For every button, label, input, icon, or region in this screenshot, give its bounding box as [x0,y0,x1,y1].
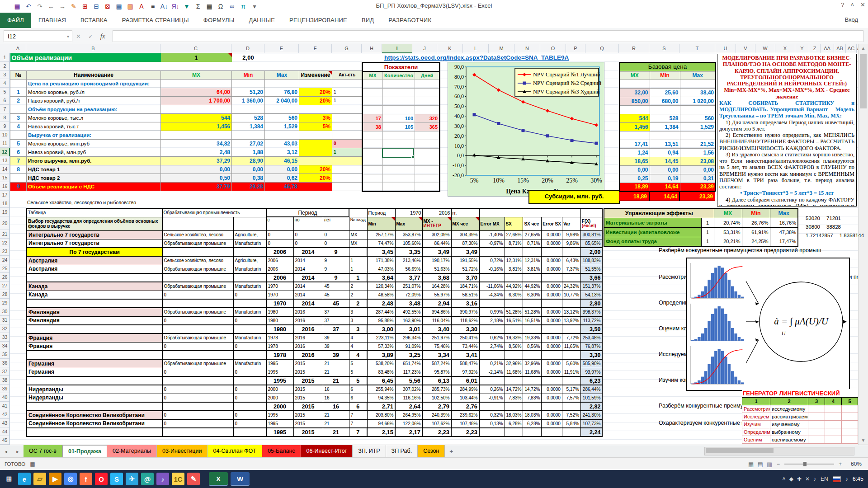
row-header-18[interactable]: 18 [0,199,10,208]
cell-industry[interactable] [162,299,233,308]
cell-var[interactable] [562,351,580,359]
cell-var[interactable]: 9,98% [562,230,580,239]
cell-activity[interactable] [332,122,362,131]
cell-sx[interactable]: 51,28% [505,308,523,316]
cell-number[interactable]: 3 [10,113,27,122]
cell-years[interactable]: 0 [323,239,349,248]
cell-sx-chec[interactable] [523,351,542,359]
cell-country[interactable] [27,402,162,411]
cell-label[interactable]: Итого выручка, млн.руб. [27,156,161,165]
cell-min[interactable]: 94,35% [367,394,395,402]
hyperlink[interactable]: https://stats.oecd.org/Index.aspx?DataSe… [384,54,569,61]
cell-sx-chec[interactable]: 8,71% [523,239,542,248]
close-icon[interactable]: ✕ [860,1,865,8]
header-tablica[interactable]: Таблица [27,208,162,217]
row-header-38[interactable]: 38 [0,376,10,385]
row-header-26[interactable]: 26 [0,273,10,282]
cell-qty[interactable] [383,97,415,106]
cell-industry-en[interactable]: 0 [233,316,266,325]
cell-from[interactable]: 1970 [266,299,293,308]
cell-qty[interactable]: 100 [383,114,415,123]
cell-max[interactable]: 492,55% [395,308,422,316]
cell-max[interactable]: 91,09% [395,342,422,351]
cell-industry-en[interactable] [233,325,266,333]
cell[interactable] [349,208,367,217]
cell-mx[interactable]: 544 [619,114,650,122]
cell-years[interactable]: 16 [323,394,349,402]
help-icon[interactable]: ? [841,1,844,8]
cell-min[interactable]: 24,25% [742,237,770,246]
column-header-A[interactable]: A [10,44,26,53]
cell-mx[interactable]: 37,29 [161,156,232,165]
cell-from[interactable]: 1978 [266,333,293,342]
cell-change[interactable] [299,79,332,88]
cell[interactable] [10,62,362,70]
cell-sx[interactable]: 12,31% [505,256,523,265]
industry-label[interactable]: Сельское хозяйство, лесоводство и рыболо… [27,200,136,205]
cell-error-sx[interactable] [542,273,562,282]
cell-mx-integr[interactable]: 3,49 [422,248,451,256]
cell-state-no[interactable] [349,248,367,256]
cell-from[interactable]: 0 [266,239,293,248]
cell-sx-chec[interactable]: 27,65% [523,230,542,239]
cell-word1[interactable]: Оценим [742,436,770,444]
row-header-44[interactable]: 44 [0,427,10,436]
row-header-19[interactable]: 19 [0,208,10,216]
cell-days[interactable] [415,183,440,192]
cell-number[interactable]: 5 [10,139,27,148]
header-to[interactable]: по [293,217,323,230]
cell-activity[interactable] [332,113,362,122]
column-header-G[interactable]: G [332,44,362,53]
cell-mx-integr[interactable]: 2,79 [422,402,451,411]
cell-error-sx[interactable]: 0,0000 [542,342,562,351]
cell-days[interactable] [415,80,440,89]
cell-mx[interactable]: 38 [363,123,383,131]
cell-mx-integr[interactable]: 2,94 [422,299,451,308]
cell-industry-en[interactable]: Manufacturin [233,333,266,342]
cell-years[interactable]: 37 [323,316,349,325]
new-sheet-button[interactable]: + [445,445,458,458]
cell-mx-chec[interactable]: 284,99% [451,385,479,394]
cell-sx[interactable]: 27,65% [505,230,523,239]
cell-label[interactable]: Молоко коровье, руб./л [27,88,161,96]
cell-error-mx[interactable] [479,376,505,385]
cell-to[interactable]: 2014 [293,248,323,256]
cell-sx[interactable]: 7,83% [505,394,523,402]
cell-min[interactable]: 538,20% [367,359,395,368]
col-header-mx[interactable]: MX [714,208,742,218]
cell[interactable] [233,217,266,230]
cell-sx[interactable] [505,376,523,385]
cell-years[interactable]: 37 [323,325,349,333]
indicators-title[interactable]: Показатели [363,63,440,71]
cell-from[interactable]: 1995 [266,368,293,376]
col-header-max[interactable]: Max [770,208,798,218]
cell-mx-integr[interactable]: 587,24% [422,359,451,368]
cell-min[interactable]: 29,28 [232,182,265,191]
cell-to[interactable]: 2015 [293,411,323,419]
cell-label[interactable]: Выручка от реализации: [27,131,161,139]
cell-min[interactable]: 51,20 [232,88,265,96]
cell-mx[interactable] [363,149,383,157]
chrome-icon[interactable]: ◎ [64,473,77,485]
cell-mx-integr[interactable]: 3,40 [422,325,451,333]
cell-max[interactable] [680,131,716,140]
cell-change[interactable]: 20% [299,88,332,96]
cell[interactable] [808,413,825,421]
cell-mx-integr[interactable]: 107,62% [422,419,451,428]
cell-state-no[interactable]: 6 [349,402,367,411]
cell-industry[interactable]: Сельское хозяйство, лесово [162,230,233,239]
cell-mx-integr[interactable]: 285,73% [422,385,451,394]
cell-var[interactable]: 6,43% [562,256,580,265]
cell-var[interactable]: 5,84% [562,419,580,428]
row-header-43[interactable]: 43 [0,419,10,427]
cell-state-no[interactable]: 2 [349,282,367,291]
sheet-tab[interactable]: Сезон [418,445,445,458]
cell-label[interactable]: Навоз коровий, тыс.т [27,122,161,131]
cell-mx-chec[interactable]: 2,23 [451,428,479,436]
cell-fx[interactable]: 151,37% [580,282,602,291]
cell-mx[interactable]: 17 [363,114,383,123]
cell-min[interactable]: 0,00 [650,165,680,174]
header-year2[interactable]: 2016 [422,208,451,217]
cell-mx[interactable]: 18,89 [619,192,649,201]
cell-max[interactable]: 0,00 [680,165,716,174]
